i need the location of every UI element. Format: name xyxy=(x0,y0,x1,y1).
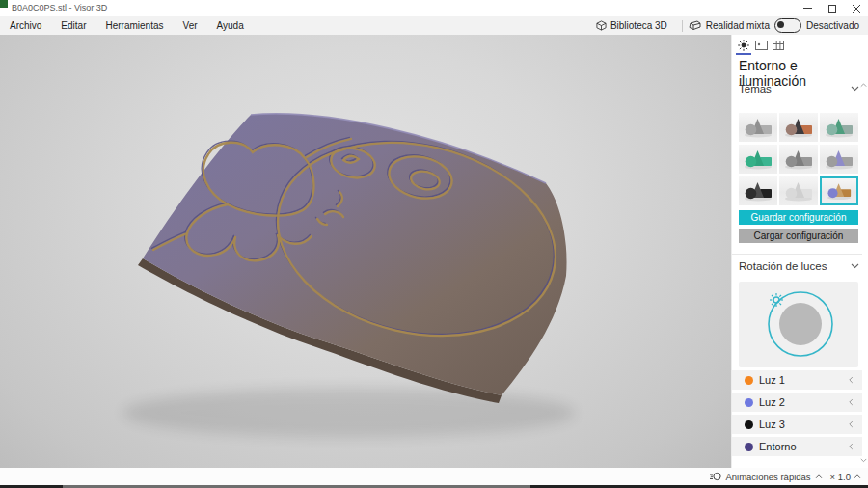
scroll-down-icon[interactable] xyxy=(860,458,867,463)
menu-bar: ArchivoEditarHerramientasVerAyuda Biblio… xyxy=(0,16,868,35)
theme-preview-scene xyxy=(779,113,818,142)
light-color-swatch xyxy=(745,376,753,385)
mixed-reality-icon xyxy=(689,20,701,31)
theme-preview-scene xyxy=(739,145,777,174)
light-row-luz-3[interactable]: Luz 3 xyxy=(732,415,862,434)
light-rotation-section-header[interactable]: Rotación de luces xyxy=(739,260,859,272)
load-configuration-button[interactable]: Cargar configuración xyxy=(739,229,858,243)
light-row-luz-2[interactable]: Luz 2 xyxy=(732,393,862,412)
menu-item-ayuda[interactable]: Ayuda xyxy=(207,16,254,35)
environment-panel: Entorno e iluminación Temas Guardar conf… xyxy=(731,35,868,468)
sun-handle-icon xyxy=(770,293,783,307)
menu-item-archivo[interactable]: Archivo xyxy=(0,16,51,35)
theme-grid xyxy=(739,113,858,205)
model-shadow xyxy=(122,388,576,438)
toggle-knob xyxy=(777,21,784,28)
theme-tile-2[interactable] xyxy=(779,113,818,142)
minimize-icon xyxy=(803,4,812,13)
quick-animations-icon xyxy=(710,472,721,481)
chevron-up-icon xyxy=(815,474,823,479)
light-rotation-dial-graphic xyxy=(739,282,858,367)
menu-item-herramientas[interactable]: Herramientas xyxy=(95,16,173,35)
light-row-entorno[interactable]: Entorno xyxy=(732,437,862,456)
menu-item-editar[interactable]: Editar xyxy=(51,16,95,35)
theme-tile-7[interactable] xyxy=(739,176,777,205)
cube-icon xyxy=(596,20,607,31)
zoom-level-button[interactable]: × 1.0 xyxy=(830,472,861,482)
quick-animations-label: Animaciones rápidas xyxy=(725,472,810,482)
mixed-reality-status: Desactivado xyxy=(806,20,859,31)
chevron-up-icon xyxy=(854,474,861,479)
library-3d-button[interactable]: Biblioteca 3D xyxy=(587,20,676,31)
maximize-button[interactable] xyxy=(820,0,844,16)
chevron-down-icon xyxy=(851,263,859,269)
tab-grid-settings[interactable] xyxy=(770,38,787,53)
mixed-reality-label: Realidad mixta xyxy=(706,20,770,31)
light-rotation-title: Rotación de luces xyxy=(739,260,827,272)
title-bar: B0A0C0PS.stl - Visor 3D xyxy=(0,0,868,16)
menu-item-ver[interactable]: Ver xyxy=(174,16,207,35)
theme-tile-6[interactable] xyxy=(820,145,858,174)
theme-preview-scene xyxy=(822,178,856,203)
zoom-level-label: × 1.0 xyxy=(830,472,851,482)
light-color-swatch xyxy=(745,420,753,429)
chevron-down-icon xyxy=(851,86,859,92)
menubar-items: ArchivoEditarHerramientasVerAyuda xyxy=(0,16,254,35)
light-label: Luz 3 xyxy=(759,419,849,430)
theme-preview-scene xyxy=(779,145,818,174)
theme-tile-3[interactable] xyxy=(820,113,858,142)
viewport-3d-canvas[interactable] xyxy=(0,35,731,468)
light-label: Entorno xyxy=(759,441,849,452)
themes-section-title: Temas xyxy=(739,83,772,95)
app-window: B0A0C0PS.stl - Visor 3D ArchivoEditarHer… xyxy=(0,0,868,488)
close-icon xyxy=(853,5,860,13)
themes-section-header[interactable]: Temas xyxy=(739,83,859,95)
chevron-left-icon xyxy=(849,376,854,384)
light-color-swatch xyxy=(745,398,753,407)
light-color-swatch xyxy=(745,443,753,451)
chevron-left-icon xyxy=(849,398,854,406)
library-3d-label: Biblioteca 3D xyxy=(610,20,667,31)
tab-environment-lighting[interactable] xyxy=(735,38,752,53)
chevron-left-icon xyxy=(849,420,854,428)
theme-preview-scene xyxy=(739,176,777,205)
grid-icon xyxy=(773,41,784,50)
theme-preview-scene xyxy=(739,113,777,142)
maximize-icon xyxy=(828,5,836,13)
section-divider xyxy=(732,254,862,255)
sun-icon xyxy=(738,40,749,51)
scroll-up-icon[interactable] xyxy=(860,83,867,88)
chevron-left-icon xyxy=(849,443,854,450)
minimize-button[interactable] xyxy=(796,0,820,16)
theme-tile-4[interactable] xyxy=(739,145,777,174)
theme-tile-9-selected[interactable] xyxy=(820,176,858,205)
quick-animations-button[interactable]: Animaciones rápidas xyxy=(710,472,822,482)
theme-tile-8[interactable] xyxy=(779,176,818,205)
theme-tile-1[interactable] xyxy=(739,113,777,142)
toolbar-divider xyxy=(682,20,683,32)
theme-preview-scene xyxy=(820,113,858,142)
lights-list: Luz 1Luz 2Luz 3Entorno xyxy=(732,370,862,459)
status-bar: Animaciones rápidas × 1.0 xyxy=(0,468,868,485)
save-configuration-button[interactable]: Guardar configuración xyxy=(739,210,858,225)
light-label: Luz 2 xyxy=(759,396,849,408)
light-rotation-dial[interactable] xyxy=(739,282,858,367)
mixed-reality-toggle[interactable] xyxy=(774,18,801,33)
theme-preview-scene xyxy=(820,145,858,174)
frame-icon xyxy=(755,41,768,50)
tab-effects[interactable] xyxy=(752,38,770,53)
app-icon xyxy=(0,0,8,8)
window-title: B0A0C0PS.stl - Visor 3D xyxy=(12,3,107,13)
theme-preview-scene xyxy=(779,176,818,205)
close-button[interactable] xyxy=(844,0,868,16)
model-relief-plaque xyxy=(0,35,731,468)
light-label: Luz 1 xyxy=(759,374,849,386)
theme-tile-5[interactable] xyxy=(779,145,818,174)
light-row-luz-1[interactable]: Luz 1 xyxy=(732,370,862,390)
